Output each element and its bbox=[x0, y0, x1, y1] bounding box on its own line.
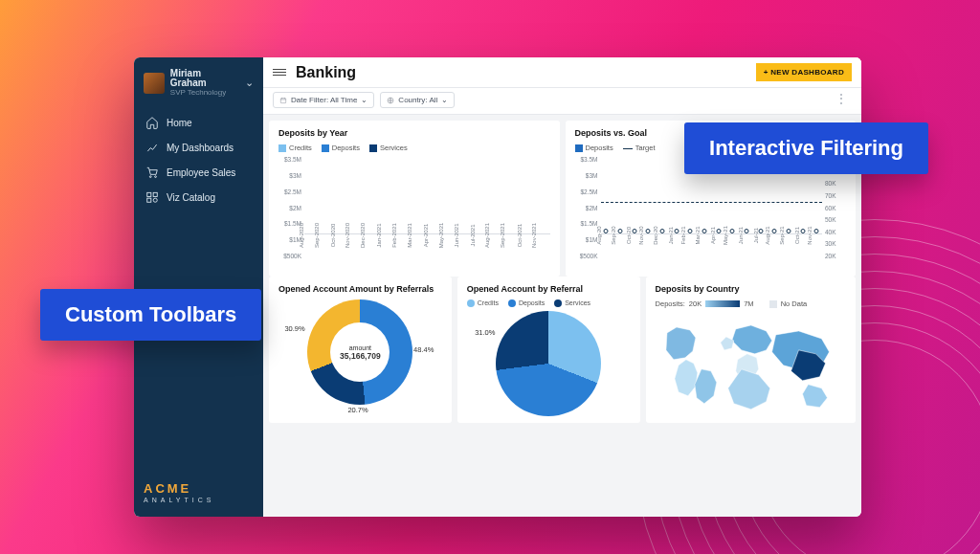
home-icon bbox=[145, 116, 159, 129]
sidebar-item-label: Employee Sales bbox=[167, 167, 235, 178]
map-legend: Deposits: 20K 7M No Data bbox=[656, 299, 846, 308]
card-deposits-by-year: Deposits by Year Credits Deposits Servic… bbox=[269, 121, 560, 277]
callout-custom-toolbars: Custom Toolbars bbox=[40, 289, 261, 341]
chevron-down-icon: ⌄ bbox=[245, 77, 254, 89]
svg-rect-3 bbox=[153, 192, 157, 196]
brand-logo: ACME ANALYTICS bbox=[144, 482, 254, 503]
user-name: Miriam Graham bbox=[170, 69, 239, 88]
sidebar-item-label: My Dashboards bbox=[167, 143, 234, 153]
calendar-icon bbox=[279, 97, 287, 104]
avatar bbox=[144, 73, 165, 94]
card-opened-by-referral: Opened Account by Referral Credits Depos… bbox=[457, 277, 640, 423]
card-title: Deposits by Year bbox=[278, 128, 550, 138]
sidebar: Miriam Graham SVP Technology ⌄ Home My D… bbox=[134, 57, 263, 517]
topbar: Banking + NEW DASHBOARD bbox=[263, 57, 861, 88]
sidebar-item-viz-catalog[interactable]: Viz Catalog bbox=[144, 185, 254, 210]
pie-chart[interactable]: 31.0% bbox=[496, 311, 601, 416]
stacked-bar-chart[interactable]: $3.5M$3M$2.5M$2M$1.5M$1M$500K Aug-2020Se… bbox=[278, 156, 550, 271]
more-menu-icon[interactable]: ⋮ bbox=[832, 92, 852, 108]
world-map[interactable] bbox=[656, 312, 846, 417]
filter-date[interactable]: Date Filter: All Time⌄ bbox=[273, 92, 374, 108]
card-title: Deposits by Country bbox=[656, 284, 846, 294]
sidebar-item-label: Viz Catalog bbox=[167, 192, 215, 203]
card-amount-by-referrals: Opened Account Amount by Referrals amoun… bbox=[269, 277, 452, 423]
svg-rect-2 bbox=[147, 192, 151, 196]
filter-country[interactable]: Country: All⌄ bbox=[380, 92, 455, 108]
svg-point-5 bbox=[153, 198, 157, 202]
catalog-icon bbox=[145, 190, 159, 204]
page-title: Banking bbox=[296, 64, 356, 81]
legend: Credits Deposits Services bbox=[278, 144, 550, 152]
donut-chart[interactable]: amount 35,166,709 48.4% 20.7% 30.9% bbox=[307, 299, 412, 405]
svg-rect-6 bbox=[280, 98, 285, 102]
svg-point-0 bbox=[149, 176, 151, 178]
sidebar-item-employee-sales[interactable]: Employee Sales bbox=[144, 160, 254, 185]
user-role: SVP Technology bbox=[170, 88, 239, 97]
sidebar-item-label: Home bbox=[167, 118, 192, 128]
donut-center: amount 35,166,709 bbox=[330, 322, 390, 382]
legend: Credits Deposits Services bbox=[467, 299, 631, 307]
card-title: Opened Account by Referral bbox=[467, 284, 631, 294]
callout-interactive-filtering: Interactive Filtering bbox=[684, 122, 928, 174]
card-title: Opened Account Amount by Referrals bbox=[278, 284, 442, 294]
sidebar-item-home[interactable]: Home bbox=[144, 110, 254, 135]
sidebar-item-dashboards[interactable]: My Dashboards bbox=[144, 135, 254, 160]
new-dashboard-button[interactable]: + NEW DASHBOARD bbox=[756, 63, 852, 81]
card-deposits-by-country: Deposits by Country Deposits: 20K 7M No … bbox=[646, 277, 856, 423]
cart-icon bbox=[145, 166, 159, 179]
svg-point-1 bbox=[155, 176, 157, 178]
chart-icon bbox=[145, 141, 159, 154]
globe-icon bbox=[387, 97, 394, 104]
user-menu[interactable]: Miriam Graham SVP Technology ⌄ bbox=[144, 69, 254, 97]
svg-rect-4 bbox=[147, 198, 151, 202]
filter-bar: Date Filter: All Time⌄ Country: All⌄ ⋮ bbox=[263, 88, 861, 115]
hamburger-icon[interactable] bbox=[273, 69, 286, 76]
